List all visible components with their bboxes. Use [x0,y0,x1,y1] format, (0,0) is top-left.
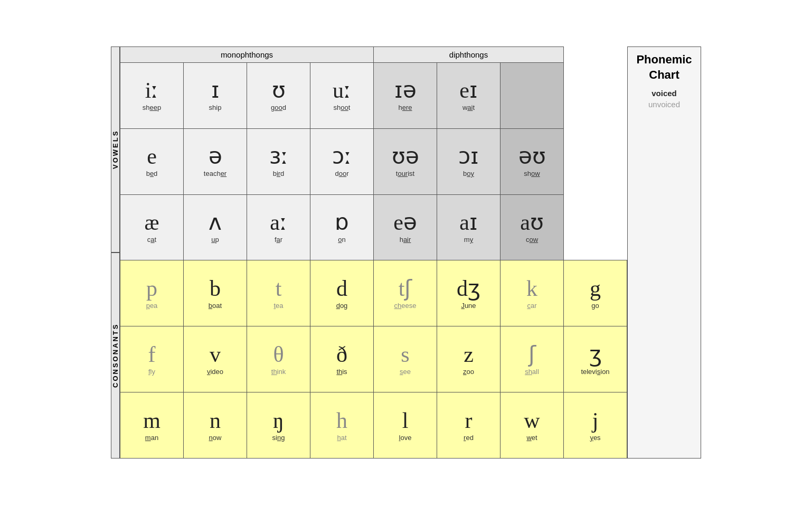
cell-theta: θ think [247,326,310,392]
consonant-row-2: f fly v video θ think ð this [120,326,627,392]
cell-n: n now [184,392,247,459]
phonemic-table: monophthongs diphthongs iː sheep ɪ ship [120,46,627,459]
cell-dzh: dʒ June [437,260,501,326]
side-labels: VOWELS CONSONANTS [111,46,120,459]
vowel-row-2: e bed ə teacher ɜː bird ɔː door [120,128,627,194]
cell-i-short: ɪ ship [184,63,247,129]
diphthongs-header: diphthongs [374,47,564,63]
legend-voiced: voiced [652,89,677,98]
cell-upsilon: ʊ good [247,63,310,129]
cell-e: e bed [120,128,184,194]
cell-zh: ʒ television [564,326,627,392]
cell-oi: ɔɪ boy [437,128,501,194]
cell-p: p pea [120,260,184,326]
cell-i-long: iː sheep [120,63,184,129]
cell-o-short: ɒ on [310,194,374,260]
cell-b: b boat [184,260,247,326]
cell-ae: æ cat [120,194,184,260]
cell-wedge: ʌ up [184,194,247,260]
cell-s: s see [374,326,437,392]
cell-eng: ŋ sing [247,392,310,459]
title-area: PhonemicChart voiced unvoiced [627,46,701,459]
cell-ea: eə hair [374,194,437,260]
cell-eth: ð this [310,326,374,392]
monophthongs-header: monophthongs [120,47,374,63]
cell-j: j yes [564,392,627,459]
cell-f: f fly [120,326,184,392]
consonants-label: CONSONANTS [111,253,120,459]
chart-wrapper: VOWELS CONSONANTS monophthongs diphthong… [111,46,701,459]
cell-h: h hat [310,392,374,459]
cell-g: g go [564,260,627,326]
cell-v: v video [184,326,247,392]
chart-container: VOWELS CONSONANTS monophthongs diphthong… [111,46,627,459]
cell-ia: ɪə here [374,63,437,129]
cell-ou: əʊ show [501,128,564,194]
header-row: monophthongs diphthongs [120,47,627,63]
vowel-row-1: iː sheep ɪ ship ʊ good uː shoot [120,63,627,129]
cell-d: d dog [310,260,374,326]
cell-tsh: tʃ cheese [374,260,437,326]
vowel-row-3: æ cat ʌ up aː far ɒ on [120,194,627,260]
cell-sh: ʃ shall [501,326,564,392]
cell-empty-1 [501,63,564,129]
chart-title: PhonemicChart [636,52,692,82]
cell-ei: eɪ wait [437,63,501,129]
cell-t: t tea [247,260,310,326]
consonant-row-1: p pea b boat t tea d dog [120,260,627,326]
cell-l: l love [374,392,437,459]
cell-m: m man [120,392,184,459]
cell-k: k car [501,260,564,326]
cell-ua: ʊə tourist [374,128,437,194]
cell-open-mid: ɜː bird [247,128,310,194]
cell-r: r red [437,392,501,459]
cell-ai: aɪ my [437,194,501,260]
cell-z: z zoo [437,326,501,392]
vowels-label: VOWELS [111,46,120,253]
cell-schwa: ə teacher [184,128,247,194]
legend-unvoiced: unvoiced [648,100,680,109]
cell-o-long: ɔː door [310,128,374,194]
cell-u-long: uː shoot [310,63,374,129]
consonant-row-3: m man n now ŋ sing h hat [120,392,627,459]
cell-w: w wet [501,392,564,459]
cell-au: aʊ cow [501,194,564,260]
cell-a-long: aː far [247,194,310,260]
